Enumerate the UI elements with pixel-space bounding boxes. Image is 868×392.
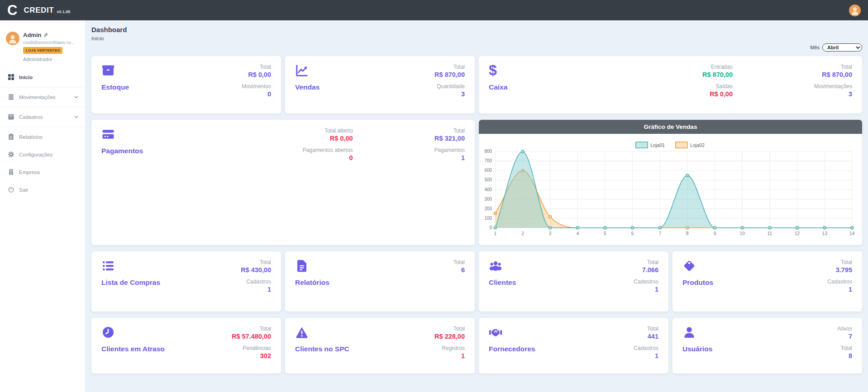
svg-text:5: 5 <box>604 231 606 236</box>
svg-text:6: 6 <box>631 231 634 236</box>
store-badge: LOJA VERTENTES <box>23 47 62 54</box>
user-name: Admin <box>23 32 41 38</box>
card-relatorios: Relatórios Total 6 <box>285 251 475 312</box>
stat-label: Cadastros <box>827 279 852 285</box>
sidebar: Admin ✎ credit@anronsoftware.co... LOJA … <box>0 20 85 392</box>
stat-value: R$ 430,00 <box>241 266 271 275</box>
sidebar-item-movimentacoes[interactable]: Movimentações <box>0 88 85 106</box>
stat-value: R$ 228,00 <box>434 332 465 341</box>
card-lista-de-compras: Lista de Compras Total R$ 430,00 Cadastr… <box>91 251 281 312</box>
stat-label: Total <box>241 259 271 266</box>
stat-value: 8 <box>841 352 852 361</box>
card-title-caixa[interactable]: Caixa <box>489 83 507 91</box>
card-title-vendas[interactable]: Vendas <box>295 83 320 91</box>
divider <box>0 107 85 107</box>
sidebar-item-label: Movimentações <box>19 94 56 100</box>
svg-text:14: 14 <box>849 231 855 236</box>
svg-text:8: 8 <box>686 231 689 236</box>
warning-icon <box>295 326 309 339</box>
handshake-icon <box>489 326 502 339</box>
box-icon <box>101 64 115 77</box>
stat-label: Total aberto <box>324 128 353 134</box>
document-icon <box>295 259 309 273</box>
svg-text:10: 10 <box>740 231 745 236</box>
stat-value: R$ 57.480,00 <box>232 332 271 341</box>
stat-label: Total <box>822 64 852 71</box>
stat-value: 1 <box>827 285 852 294</box>
dollar-icon: $ <box>489 64 507 77</box>
grid-icon <box>8 74 14 80</box>
gear-icon <box>8 151 14 158</box>
card-title-lista-de-compras[interactable]: Lista de Compras <box>101 279 160 287</box>
stat-value: R$ 0,00 <box>248 71 271 80</box>
card-title-clientes-no-spc[interactable]: Clientes no SPC <box>295 345 349 353</box>
divider <box>0 87 85 87</box>
card-estoque: Estoque Total R$ 0,00 Movimentos 0 <box>91 56 281 113</box>
card-title-clientes-em-atraso[interactable]: Clientes em Atraso <box>101 345 165 353</box>
stat-label: Registros <box>442 345 465 352</box>
credit-card-icon <box>101 128 115 141</box>
topbar: C CREDIT v0.1.88 <box>0 0 868 20</box>
topbar-user-avatar[interactable] <box>849 5 861 16</box>
users-icon <box>489 259 502 273</box>
divider <box>0 127 85 127</box>
sidebar-item-label: Cadastros <box>19 114 43 120</box>
month-select[interactable]: Abril <box>822 43 862 52</box>
stat-value: 0 <box>242 90 271 99</box>
clipboard-icon <box>8 133 14 140</box>
main-content: Dashboard Início Mês Abril Estoque Total… <box>85 20 868 392</box>
card-title-relatorios[interactable]: Relatórios <box>295 279 329 287</box>
chevron-down-icon <box>74 114 79 119</box>
card-title-estoque[interactable]: Estoque <box>101 83 129 91</box>
sidebar-item-cadastros[interactable]: Cadastros <box>0 108 85 126</box>
stat-label: Total <box>232 326 271 332</box>
stat-label: Total <box>248 64 271 71</box>
svg-text:4: 4 <box>576 231 579 236</box>
stat-value: R$ 870,00 <box>822 71 852 80</box>
brand-version: v0.1.88 <box>57 9 70 14</box>
svg-text:100: 100 <box>484 216 492 221</box>
stat-value: R$ 870,00 <box>434 71 465 80</box>
stack-icon <box>8 94 14 100</box>
stat-value: 302 <box>243 352 271 361</box>
sidebar-item-label: Sair <box>19 187 28 193</box>
building-icon <box>8 169 14 175</box>
card-title-produtos[interactable]: Produtos <box>682 279 713 287</box>
svg-text:1: 1 <box>494 231 496 236</box>
card-title-usuarios[interactable]: Usuários <box>682 345 712 353</box>
chart-line-icon <box>295 64 309 77</box>
sidebar-item-inicio[interactable]: Início <box>0 68 85 86</box>
stat-value: 3 <box>814 90 852 99</box>
card-vendas: Vendas Total R$ 870,00 Quantidade 3 <box>285 56 475 113</box>
breadcrumb: Início <box>91 36 862 41</box>
stat-value: 3 <box>437 90 465 99</box>
card-title-pagamentos[interactable]: Pagamentos <box>101 147 143 155</box>
card-fornecedores: Fornecedores Total 441 Cadastros 1 <box>479 318 668 373</box>
card-title-clientes[interactable]: Clientes <box>489 279 516 287</box>
stat-value: 3.795 <box>836 266 852 275</box>
svg-text:300: 300 <box>484 197 492 202</box>
chart-title: Gráfico de Vendas <box>479 120 862 134</box>
svg-text:12: 12 <box>795 231 800 236</box>
stat-value: 1 <box>442 352 465 361</box>
stat-value: 6 <box>453 266 465 275</box>
stat-value: 7.066 <box>642 266 658 275</box>
stat-value: 441 <box>647 332 658 341</box>
sidebar-item-sair[interactable]: Sair <box>0 181 85 198</box>
stat-label: Total <box>841 345 852 352</box>
user-block: Admin ✎ credit@anronsoftware.co... LOJA … <box>0 20 85 62</box>
person-icon <box>8 33 18 43</box>
edit-profile-icon[interactable]: ✎ <box>43 32 48 38</box>
card-usuarios: Usuários Ativos 7 Total 8 <box>672 318 862 373</box>
stat-label: Quantidade <box>437 83 465 90</box>
sidebar-item-empresa[interactable]: Empresa <box>0 163 85 181</box>
stat-value: 1 <box>634 285 658 294</box>
card-title-fornecedores[interactable]: Fornecedores <box>489 345 535 353</box>
sidebar-item-relatorios[interactable]: Relatórios <box>0 128 85 146</box>
svg-text:0: 0 <box>490 225 492 230</box>
tag-icon <box>682 259 696 273</box>
sidebar-item-label: Empresa <box>19 170 40 175</box>
sidebar-item-configuracoes[interactable]: Configurações <box>0 146 85 163</box>
stat-value: 0 <box>303 154 353 163</box>
svg-text:700: 700 <box>484 158 492 163</box>
